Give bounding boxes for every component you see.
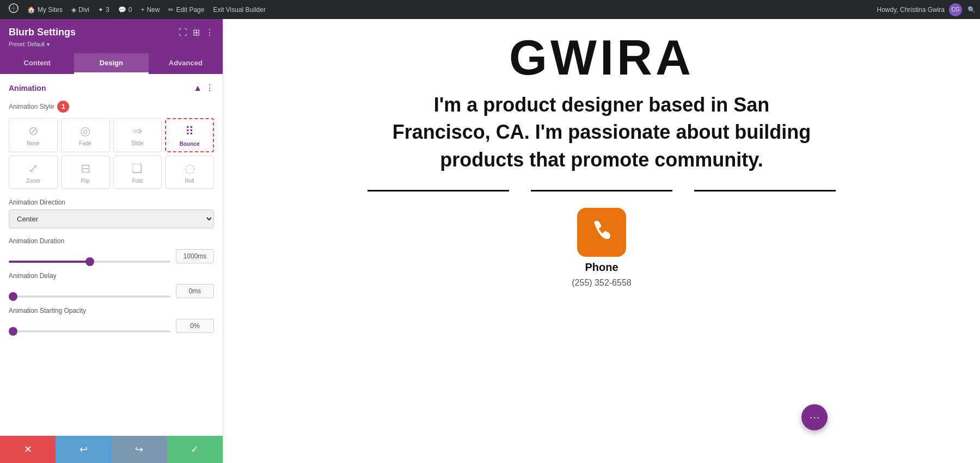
panel-header-icons: ⛶ ⊞ ⋮ bbox=[179, 27, 214, 38]
delay-label: Animation Delay bbox=[9, 272, 214, 280]
panel-footer: ✕ ↩ ↪ ✓ bbox=[0, 436, 223, 463]
zoom-label: Zoom bbox=[26, 178, 40, 184]
opacity-slider-row: 0% bbox=[9, 319, 214, 333]
duration-field: Animation Duration 1000ms bbox=[9, 237, 214, 263]
new-item[interactable]: + New bbox=[136, 0, 164, 19]
divi-icon: ◈ bbox=[71, 6, 76, 14]
tab-content[interactable]: Content bbox=[0, 53, 74, 74]
plus-icon: + bbox=[140, 6, 144, 14]
direction-label: Animation Direction bbox=[9, 199, 214, 206]
fab-button[interactable]: ⋯ bbox=[801, 404, 828, 430]
blurb-title: Phone bbox=[585, 261, 618, 274]
save-button[interactable]: ✓ bbox=[167, 436, 223, 463]
flip-icon: ⊟ bbox=[81, 162, 90, 176]
anim-none[interactable]: ⊘ None bbox=[9, 118, 58, 152]
anim-flip[interactable]: ⊟ Flip bbox=[61, 156, 110, 189]
edit-page-item[interactable]: ✏ Edit Page bbox=[164, 0, 209, 19]
blurb-section: Phone (255) 352-6558 bbox=[572, 208, 631, 288]
fullscreen-icon[interactable]: ⛶ bbox=[179, 28, 187, 38]
delay-slider[interactable] bbox=[9, 295, 170, 298]
cancel-button[interactable]: ✕ bbox=[0, 436, 56, 463]
anim-roll[interactable]: ◌ Roll bbox=[165, 156, 214, 189]
anim-fold[interactable]: ❑ Fold bbox=[113, 156, 162, 189]
divi-item[interactable]: ◈ Divi bbox=[67, 0, 94, 19]
divider-3 bbox=[694, 190, 836, 192]
hero-text: I'm a product designer based in San Fran… bbox=[384, 91, 819, 174]
anim-style-label-row: Animation Style 1 bbox=[9, 101, 214, 113]
roll-icon: ◌ bbox=[185, 162, 195, 176]
blurb-icon-wrap bbox=[577, 208, 626, 257]
house-icon: 🏠 bbox=[27, 6, 35, 14]
slide-icon: ⇒ bbox=[132, 124, 142, 138]
redo-icon: ↪ bbox=[135, 443, 143, 455]
preset-label: Preset: Default bbox=[9, 41, 45, 47]
badge-1: 1 bbox=[57, 101, 69, 113]
roll-label: Roll bbox=[185, 178, 194, 184]
slide-label: Slide bbox=[131, 140, 143, 146]
opacity-label: Animation Starting Opacity bbox=[9, 307, 214, 314]
comment-zero: 0 bbox=[128, 6, 132, 14]
site-title: GWIRA bbox=[509, 30, 694, 86]
collapse-icon[interactable]: ▲ bbox=[193, 83, 202, 93]
tab-design[interactable]: Design bbox=[74, 53, 148, 74]
bounce-icon: ⠿ bbox=[185, 125, 194, 139]
redo-button[interactable]: ↪ bbox=[112, 436, 167, 463]
fade-icon: ◎ bbox=[80, 124, 90, 138]
anim-bounce[interactable]: ⠿ Bounce bbox=[165, 118, 214, 152]
duration-value: 1000ms bbox=[176, 249, 214, 263]
star-icon: ✦ bbox=[98, 6, 103, 14]
avatar: CG bbox=[949, 3, 962, 16]
section-more-icon[interactable]: ⋮ bbox=[205, 83, 214, 93]
fab-dots-icon: ⋯ bbox=[809, 411, 820, 424]
duration-slider[interactable] bbox=[9, 261, 170, 263]
bounce-label: Bounce bbox=[180, 141, 200, 147]
anim-fade[interactable]: ◎ Fade bbox=[61, 118, 110, 152]
left-panel: Blurb Settings ⛶ ⊞ ⋮ Preset: Default ▾ C… bbox=[0, 19, 223, 463]
opacity-slider[interactable] bbox=[9, 330, 170, 332]
comments-item[interactable]: ✦ 3 bbox=[94, 0, 114, 19]
reset-button[interactable]: ↩ bbox=[56, 436, 111, 463]
bubble-icon: 💬 bbox=[118, 6, 126, 14]
fold-icon: ❑ bbox=[132, 162, 143, 176]
zoom-icon: ⤢ bbox=[28, 162, 38, 176]
section-controls: ▲ ⋮ bbox=[193, 83, 214, 93]
content-area: GWIRA I'm a product designer based in Sa… bbox=[223, 19, 980, 463]
divider-2 bbox=[531, 190, 672, 192]
phone-icon bbox=[590, 218, 614, 247]
more-icon[interactable]: ⋮ bbox=[205, 27, 214, 38]
delay-slider-track bbox=[9, 290, 170, 292]
cancel-icon: ✕ bbox=[24, 443, 32, 455]
panel-preset[interactable]: Preset: Default ▾ bbox=[9, 40, 214, 48]
panel-header: Blurb Settings ⛶ ⊞ ⋮ Preset: Default ▾ bbox=[0, 19, 223, 53]
animation-section-header: Animation ▲ ⋮ bbox=[9, 83, 214, 93]
duration-slider-track bbox=[9, 255, 170, 257]
tab-advanced[interactable]: Advanced bbox=[149, 53, 223, 74]
divider-row bbox=[357, 190, 847, 192]
exit-builder-item[interactable]: Exit Visual Builder bbox=[209, 0, 270, 19]
my-sites-item[interactable]: 🏠 My Sites bbox=[23, 0, 67, 19]
comment-bubble-item[interactable]: 💬 0 bbox=[114, 0, 137, 19]
direction-select[interactable]: Center Top Bottom Left Right bbox=[9, 209, 214, 229]
blurb-subtitle: (255) 352-6558 bbox=[572, 278, 631, 288]
edit-page-label: Edit Page bbox=[176, 6, 204, 14]
none-icon: ⊘ bbox=[28, 124, 38, 138]
columns-icon[interactable]: ⊞ bbox=[193, 27, 200, 38]
anim-slide[interactable]: ⇒ Slide bbox=[113, 118, 162, 152]
delay-field: Animation Delay 0ms bbox=[9, 272, 214, 298]
panel-tabs: Content Design Advanced bbox=[0, 53, 223, 74]
anim-style-grid: ⊘ None ◎ Fade ⇒ Slide ⠿ Bounce bbox=[9, 118, 214, 189]
wp-logo-item[interactable] bbox=[4, 0, 23, 19]
chevron-down-icon: ▾ bbox=[47, 41, 50, 47]
search-icon[interactable]: 🔍 bbox=[967, 6, 976, 14]
fade-label: Fade bbox=[79, 140, 91, 146]
anim-zoom[interactable]: ⤢ Zoom bbox=[9, 156, 58, 189]
fold-label: Fold bbox=[132, 178, 143, 184]
flip-label: Flip bbox=[81, 178, 90, 184]
direction-field: Animation Direction Center Top Bottom Le… bbox=[9, 199, 214, 229]
comment-count: 3 bbox=[106, 6, 109, 14]
opacity-slider-track bbox=[9, 325, 170, 327]
anim-style-text: Animation Style bbox=[9, 103, 54, 110]
divider-1 bbox=[367, 190, 509, 192]
new-label: New bbox=[146, 6, 160, 14]
duration-slider-row: 1000ms bbox=[9, 249, 214, 263]
